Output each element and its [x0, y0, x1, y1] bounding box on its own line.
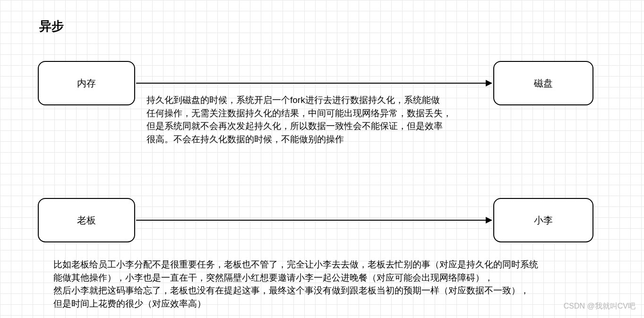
- arrow-1-head: [486, 80, 492, 86]
- node-li-label: 小李: [534, 214, 553, 227]
- node-boss: 老板: [38, 198, 135, 242]
- description-1: 持久化到磁盘的时候，系统开启一个fork进行去进行数据持久化，系统能做 任何操作…: [146, 94, 496, 146]
- node-li: 小李: [493, 198, 593, 242]
- arrow-1: [136, 83, 486, 84]
- node-disk: 磁盘: [493, 61, 593, 105]
- node-boss-label: 老板: [77, 214, 96, 227]
- node-memory-label: 内存: [77, 77, 96, 90]
- node-memory: 内存: [38, 61, 135, 105]
- description-2: 比如老板给员工小李分配不是很重要任务，老板也不管了，完全让小李去去做，老板去忙别…: [53, 258, 630, 310]
- node-disk-label: 磁盘: [534, 77, 553, 90]
- arrow-2: [136, 220, 486, 221]
- watermark: CSDN @我就叫CV吧: [564, 301, 635, 311]
- diagram-title: 异步: [39, 18, 64, 34]
- arrow-2-head: [486, 217, 492, 223]
